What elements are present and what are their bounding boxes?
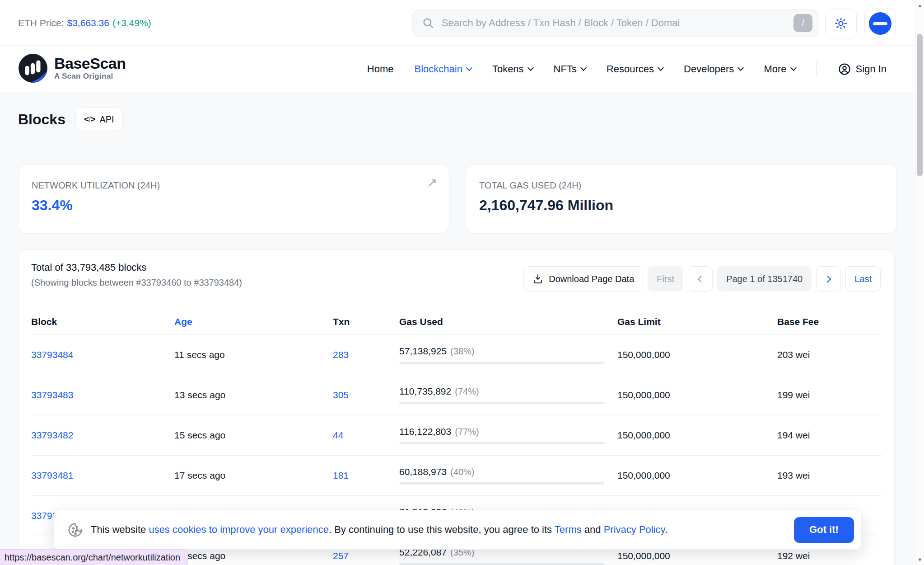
nav-item-nfts[interactable]: NFTs: [554, 63, 586, 75]
brand-logo[interactable]: BaseScan A Scan Original: [18, 53, 126, 83]
network-utilization-value: 33.4%: [32, 197, 436, 214]
basescan-logo-icon: [18, 53, 48, 83]
chevron-down-icon: [580, 65, 587, 71]
base-account-button[interactable]: [864, 9, 896, 38]
txn-count-link[interactable]: 181: [333, 470, 349, 480]
block-link[interactable]: 33793481: [31, 470, 73, 480]
nav-item-developers[interactable]: Developers: [684, 63, 743, 75]
next-page-button[interactable]: [816, 266, 841, 292]
nav-item-home[interactable]: Home: [367, 63, 394, 75]
gas-limit-cell: 150,000,000: [617, 470, 777, 481]
table-header-row: Block Age Txn Gas Used Gas Limit Base Fe…: [31, 309, 882, 335]
base-fee-cell: 203 wei: [777, 349, 882, 360]
terms-link[interactable]: Terms: [555, 524, 582, 535]
txn-count-link[interactable]: 305: [333, 390, 349, 400]
base-logo-icon: [869, 12, 891, 35]
nav-item-tokens[interactable]: Tokens: [492, 63, 533, 75]
header-gas-used: Gas Used: [399, 316, 617, 327]
block-link[interactable]: 33793484: [31, 349, 73, 360]
chevron-left-icon: [698, 275, 705, 282]
age-cell: 17 secs ago: [174, 470, 333, 481]
eth-price: ETH Price: $3,663.36 (+3.49%): [18, 0, 151, 46]
first-page-button[interactable]: First: [648, 266, 683, 292]
gas-limit-cell: 150,000,000: [617, 430, 777, 441]
privacy-policy-link[interactable]: Privacy Policy: [604, 524, 665, 535]
header-txn: Txn: [333, 316, 399, 327]
chevron-right-icon: [824, 275, 831, 282]
gas-used-cell: 52,226,087(35%): [399, 547, 617, 565]
age-cell: 21 secs ago: [174, 551, 333, 561]
search-input[interactable]: [442, 17, 793, 29]
age-cell: 15 secs ago: [174, 430, 333, 441]
cookies-info-link[interactable]: uses cookies to improve your experience: [149, 524, 329, 535]
table-row: 33793484 11 secs ago 283 57,138,925(38%)…: [31, 335, 882, 375]
base-fee-cell: 199 wei: [777, 390, 882, 400]
slash-shortcut-key: /: [793, 14, 812, 32]
block-link[interactable]: 33793482: [31, 430, 73, 440]
top-bar: ETH Price: $3,663.36 (+3.49%) /: [0, 0, 924, 46]
scrollbar-thumb[interactable]: [917, 34, 923, 176]
nav-item-blockchain[interactable]: Blockchain: [415, 63, 471, 75]
gas-used-cell: 116,122,803(77%): [399, 426, 617, 444]
nav-item-more[interactable]: More: [764, 63, 795, 75]
table-row: 33793483 13 secs ago 305 110,735,892(74%…: [31, 375, 882, 415]
nav-item-resources[interactable]: Resources: [607, 63, 663, 75]
code-icon: </>: [84, 114, 95, 124]
header-base-fee: Base Fee: [777, 316, 882, 327]
user-icon: [838, 62, 851, 76]
chevron-down-icon: [527, 65, 534, 71]
stat-label: NETWORK UTILIZATION (24H): [32, 180, 436, 191]
gas-used-bar: [399, 563, 604, 565]
page-title: Blocks: [18, 111, 65, 128]
external-link-arrow-icon[interactable]: ↗: [427, 177, 437, 189]
network-utilization-card: NETWORK UTILIZATION (24H) 33.4% ↗: [18, 165, 449, 233]
gas-limit-cell: 150,000,000: [617, 551, 777, 561]
chevron-down-icon: [737, 65, 744, 71]
base-fee-cell: 194 wei: [777, 430, 882, 441]
gas-limit-cell: 150,000,000: [617, 390, 777, 400]
block-link[interactable]: 33793483: [31, 390, 73, 400]
table-row: 33793482 15 secs ago 44 116,122,803(77%)…: [31, 415, 882, 456]
gas-used-bar: [399, 402, 604, 404]
last-page-button[interactable]: Last: [845, 266, 881, 292]
gas-used-bar: [399, 442, 604, 444]
main-content: Blocks </> API NETWORK UTILIZATION (24H)…: [0, 92, 924, 565]
gas-limit-cell: 150,000,000: [617, 349, 777, 360]
eth-price-change: (+3.49%): [112, 18, 151, 28]
base-fee-cell: 192 wei: [777, 551, 882, 561]
cookie-banner-text: This website uses cookies to improve you…: [91, 524, 667, 536]
nav-divider: [817, 61, 817, 77]
scrollbar-up-arrow[interactable]: ▲: [915, 1, 924, 10]
search-bar[interactable]: /: [412, 9, 819, 37]
eth-price-label: ETH Price:: [18, 18, 64, 28]
scrollbar-down-arrow[interactable]: ▼: [915, 555, 924, 564]
txn-count-link[interactable]: 44: [333, 430, 343, 440]
sign-in-button[interactable]: Sign In: [838, 62, 887, 76]
chevron-down-icon: [466, 65, 472, 71]
eth-price-value[interactable]: $3,663.36: [67, 18, 109, 28]
download-page-data-button[interactable]: Download Page Data: [523, 266, 643, 292]
txn-count-link[interactable]: 283: [333, 349, 349, 360]
sun-icon: [834, 17, 848, 30]
header-age[interactable]: Age: [174, 316, 333, 327]
stat-label: TOTAL GAS USED (24H): [479, 180, 884, 191]
gas-used-cell: 57,138,925(38%): [399, 346, 617, 364]
table-row: 33793481 17 secs ago 181 60,188,973(40%)…: [31, 456, 882, 496]
age-cell: 11 secs ago: [174, 349, 333, 360]
api-button[interactable]: </> API: [75, 108, 123, 131]
total-gas-used-value: 2,160,747.96 Million: [479, 197, 884, 214]
nav-items: Home Blockchain Tokens NFTs Resources De…: [367, 46, 887, 92]
page-indicator: Page 1 of 1351740: [717, 266, 812, 292]
main-nav: BaseScan A Scan Original Home Blockchain…: [0, 46, 924, 92]
txn-count-link[interactable]: 257: [333, 551, 349, 561]
gas-used-cell: 60,188,973(40%): [399, 466, 617, 485]
gas-used-bar: [399, 482, 604, 485]
theme-toggle-button[interactable]: [825, 9, 857, 38]
previous-page-button[interactable]: [688, 266, 713, 292]
vertical-scrollbar[interactable]: ▲ ▼: [915, 0, 924, 565]
link-status-bubble: https://basescan.org/chart/networkutiliz…: [0, 549, 188, 565]
pagination-controls: Download Page Data First Page 1 of 13517…: [523, 266, 881, 292]
got-it-button[interactable]: Got it!: [794, 517, 854, 543]
gas-used-cell: 110,735,892(74%): [399, 386, 617, 404]
download-icon: [532, 273, 543, 284]
